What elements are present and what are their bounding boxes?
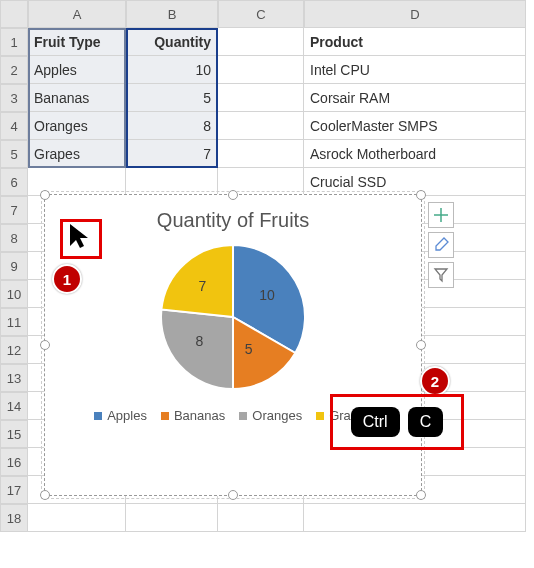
row-header[interactable]: 4: [0, 112, 28, 140]
row-header[interactable]: 15: [0, 420, 28, 448]
row-header[interactable]: 17: [0, 476, 28, 504]
cell[interactable]: [218, 28, 304, 56]
resize-handle[interactable]: [228, 490, 238, 500]
cell[interactable]: Fruit Type: [28, 28, 126, 56]
col-header-D[interactable]: D: [304, 0, 526, 28]
annotation-box-2: Ctrl C: [330, 394, 464, 450]
annotation-step-1: 1: [52, 264, 82, 294]
row-header[interactable]: 11: [0, 308, 28, 336]
cell[interactable]: 8: [126, 112, 218, 140]
pie-data-label: 7: [199, 278, 207, 294]
select-all-corner[interactable]: [0, 0, 28, 28]
brush-icon: [433, 237, 449, 253]
cell[interactable]: 10: [126, 56, 218, 84]
cell[interactable]: 5: [126, 84, 218, 112]
row-header[interactable]: 16: [0, 448, 28, 476]
row-header[interactable]: 10: [0, 280, 28, 308]
cell[interactable]: [126, 168, 218, 196]
col-header-B[interactable]: B: [126, 0, 218, 28]
cell[interactable]: Bananas: [28, 84, 126, 112]
cell[interactable]: Corsair RAM: [304, 84, 526, 112]
resize-handle[interactable]: [40, 190, 50, 200]
resize-handle[interactable]: [416, 490, 426, 500]
plus-icon: [433, 207, 449, 223]
cell[interactable]: Apples: [28, 56, 126, 84]
chart-elements-button[interactable]: [428, 202, 454, 228]
resize-handle[interactable]: [228, 190, 238, 200]
cursor-icon: [66, 222, 92, 252]
row-header[interactable]: 8: [0, 224, 28, 252]
row-header[interactable]: 5: [0, 140, 28, 168]
cell[interactable]: Asrock Motherboard: [304, 140, 526, 168]
cell[interactable]: Quantity: [126, 28, 218, 56]
cell[interactable]: [218, 84, 304, 112]
pie-data-label: 10: [259, 287, 275, 303]
cell[interactable]: [28, 504, 126, 532]
cell[interactable]: [218, 112, 304, 140]
row-header[interactable]: 9: [0, 252, 28, 280]
cell[interactable]: Intel CPU: [304, 56, 526, 84]
annotation-step-2: 2: [420, 366, 450, 396]
cell[interactable]: [218, 504, 304, 532]
row-header[interactable]: 6: [0, 168, 28, 196]
pie-chart[interactable]: 10587: [158, 242, 308, 392]
keycap-c: C: [408, 407, 444, 437]
row-header[interactable]: 2: [0, 56, 28, 84]
cell[interactable]: Grapes: [28, 140, 126, 168]
legend-item: Bananas: [161, 408, 225, 423]
col-header-A[interactable]: A: [28, 0, 126, 28]
row-header[interactable]: 12: [0, 336, 28, 364]
row-header[interactable]: 14: [0, 392, 28, 420]
pie-data-label: 8: [196, 333, 204, 349]
row-header[interactable]: 18: [0, 504, 28, 532]
resize-handle[interactable]: [416, 190, 426, 200]
col-header-C[interactable]: C: [218, 0, 304, 28]
funnel-icon: [433, 267, 449, 283]
cell[interactable]: [126, 504, 218, 532]
legend-item: Oranges: [239, 408, 302, 423]
row-header[interactable]: 1: [0, 28, 28, 56]
cell[interactable]: Product: [304, 28, 526, 56]
chart-filter-button[interactable]: [428, 262, 454, 288]
resize-handle[interactable]: [416, 340, 426, 350]
resize-handle[interactable]: [40, 490, 50, 500]
cell[interactable]: Oranges: [28, 112, 126, 140]
cell[interactable]: Crucial SSD: [304, 168, 526, 196]
legend-item: Apples: [94, 408, 147, 423]
resize-handle[interactable]: [40, 340, 50, 350]
cell[interactable]: 7: [126, 140, 218, 168]
row-header[interactable]: 13: [0, 364, 28, 392]
cell[interactable]: [218, 140, 304, 168]
cell[interactable]: CoolerMaster SMPS: [304, 112, 526, 140]
chart-styles-button[interactable]: [428, 232, 454, 258]
row-header[interactable]: 3: [0, 84, 28, 112]
keycap-ctrl: Ctrl: [351, 407, 400, 437]
pie-data-label: 5: [245, 341, 253, 357]
row-header[interactable]: 7: [0, 196, 28, 224]
cell[interactable]: [218, 56, 304, 84]
cell[interactable]: [304, 504, 526, 532]
